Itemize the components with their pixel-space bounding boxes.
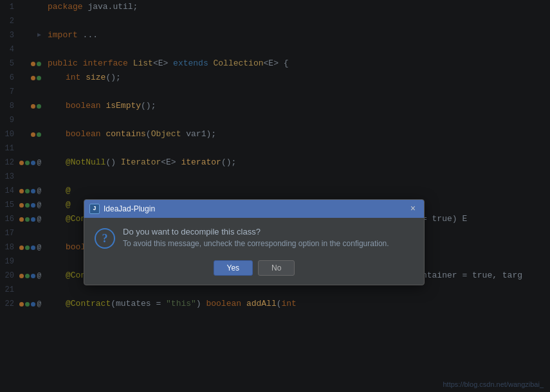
dialog-main-message: Do you want to decompile this class?	[123, 227, 414, 236]
dialog-message: Do you want to decompile this class? To …	[123, 227, 414, 248]
decompile-dialog: J IdeaJad-Plugin × ? Do you want to deco…	[84, 199, 425, 285]
no-button[interactable]: No	[258, 260, 295, 276]
plugin-icon: J	[89, 204, 100, 214]
dialog-sub-message: To avoid this message, uncheck the corre…	[123, 239, 414, 248]
dialog-title: IdeaJad-Plugin	[104, 204, 155, 213]
dialog-body: ? Do you want to decompile this class? T…	[84, 218, 424, 255]
dialog-close-button[interactable]: ×	[407, 203, 419, 215]
question-icon: ?	[95, 228, 115, 249]
dialog-titlebar: J IdeaJad-Plugin ×	[84, 200, 424, 218]
code-editor: 1 package java.util; 2 3 ▶ import ... 4	[0, 0, 550, 392]
yes-button[interactable]: Yes	[214, 260, 253, 276]
dialog-buttons: Yes No	[84, 255, 424, 285]
dialog-overlay	[0, 0, 550, 392]
